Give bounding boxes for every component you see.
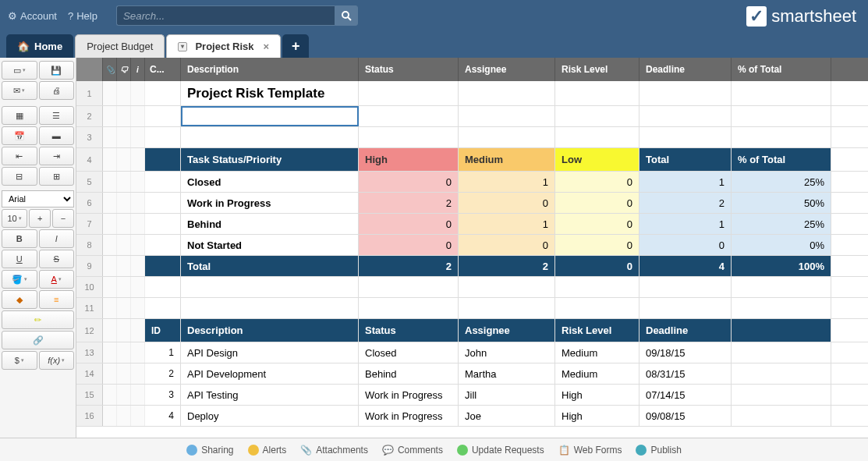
rownum[interactable]: 7 (76, 214, 103, 234)
expand-all[interactable]: ⊞ (39, 167, 75, 186)
rownum[interactable]: 10 (76, 277, 103, 297)
risk-col-header[interactable]: Risk Level (555, 58, 639, 81)
help-icon: ? (68, 10, 73, 22)
comment-col[interactable]: 🗨 (117, 58, 131, 81)
sheet-title[interactable]: Project Risk Template (181, 81, 359, 105)
comments-link[interactable]: 💬Comments (382, 445, 443, 456)
alerts-link[interactable]: Alerts (248, 445, 287, 456)
calendar-view[interactable]: 📅 (2, 126, 37, 145)
assign-col-header[interactable]: Assignee (459, 58, 555, 81)
strike-button[interactable]: S (39, 250, 75, 268)
bars-icon: ≡ (54, 295, 58, 304)
rownum[interactable]: 5 (76, 172, 103, 192)
corner[interactable] (76, 58, 103, 81)
sum-low-hdr[interactable]: Low (555, 148, 639, 171)
gantt-view[interactable]: ☰ (39, 106, 75, 125)
account-link[interactable]: ⚙ Account (8, 10, 57, 22)
rownum[interactable]: 8 (76, 235, 103, 255)
card-icon: ▬ (52, 131, 61, 140)
grid-icon: ▦ (16, 111, 23, 121)
dead-col-header[interactable]: Deadline (639, 58, 732, 81)
rownum[interactable]: 12 (76, 319, 103, 342)
collapse-all[interactable]: ⊟ (2, 167, 37, 186)
search-button[interactable] (335, 5, 358, 26)
bold-button[interactable]: B (2, 229, 37, 248)
sharing-link[interactable]: Sharing (186, 445, 233, 456)
sum-task-hdr[interactable]: Task Status/Priority (181, 148, 359, 171)
rownum[interactable]: 1 (76, 81, 103, 105)
indent-right[interactable]: ⇥ (39, 147, 75, 165)
tab-project-budget[interactable]: Project Budget (75, 34, 165, 58)
cond-format[interactable]: ◆ (2, 290, 37, 309)
expand-icon: ⊞ (53, 172, 60, 182)
people-icon (186, 445, 197, 456)
left-toolbar: ▭▾💾 ✉▾🖨 ▦☰ 📅▬ ⇤⇥ ⊟⊞ Arial 10▾+− BI US 🪣▾… (0, 58, 76, 438)
rownum[interactable]: 4 (76, 148, 103, 171)
sum-pct-hdr[interactable]: % of Total (732, 148, 831, 171)
mail-tool[interactable]: ✉▾ (2, 81, 37, 100)
bucket-icon: 🪣 (12, 275, 23, 285)
underline-button[interactable]: U (2, 250, 37, 268)
new-tab-button[interactable]: + (282, 34, 309, 58)
id-col-header[interactable]: C... (145, 58, 181, 81)
pct-col-header[interactable]: % of Total (732, 58, 831, 81)
text-color-icon: A (51, 275, 57, 284)
link-button[interactable]: 🔗 (2, 331, 74, 349)
text-color[interactable]: A▾ (39, 270, 75, 289)
search-icon (341, 10, 352, 21)
row-action-col[interactable]: i (131, 58, 145, 81)
rownum[interactable]: 13 (76, 342, 103, 363)
selected-cell[interactable] (181, 106, 359, 126)
formula[interactable]: f(x)▾ (39, 351, 75, 370)
font-size[interactable]: 10▾ (2, 209, 27, 228)
sum-high-hdr[interactable]: High (359, 148, 459, 171)
rownum[interactable]: 15 (76, 385, 103, 405)
rownum[interactable]: 11 (76, 298, 103, 318)
row-icon: ▭ (13, 66, 21, 76)
card-view[interactable]: ▬ (39, 126, 75, 145)
outdent-icon: ⇤ (16, 151, 23, 161)
help-link[interactable]: ? Help (68, 10, 97, 22)
updates-link[interactable]: Update Requests (457, 445, 544, 456)
italic-button[interactable]: I (39, 229, 75, 248)
format-painter[interactable]: ≡ (39, 290, 75, 309)
tab-close-icon[interactable]: × (264, 41, 270, 52)
rownum[interactable]: 3 (76, 127, 103, 147)
attach-col[interactable]: 📎 (103, 58, 117, 81)
home-tab[interactable]: 🏠 Home (6, 34, 73, 58)
highlight[interactable]: ✏ (2, 310, 74, 329)
highlight-icon: ✏ (34, 315, 41, 325)
inc-size[interactable]: + (29, 209, 51, 228)
indent-left[interactable]: ⇤ (2, 147, 37, 165)
currency[interactable]: $▾ (2, 351, 37, 370)
publish-link[interactable]: Publish (636, 445, 681, 456)
fill-color[interactable]: 🪣▾ (2, 270, 37, 289)
sum-total-hdr[interactable]: Total (639, 148, 732, 171)
gear-icon: ⚙ (8, 10, 17, 22)
rownum[interactable]: 2 (76, 106, 103, 126)
save-button[interactable]: 💾 (39, 61, 75, 80)
sum-med-hdr[interactable]: Medium (459, 148, 555, 171)
rownum[interactable]: 14 (76, 363, 103, 384)
webforms-link[interactable]: 📋Web Forms (558, 445, 622, 456)
desc-col-header[interactable]: Description (181, 58, 359, 81)
clip-icon: 📎 (105, 66, 115, 74)
collapse-icon: ⊟ (16, 172, 23, 182)
dec-size[interactable]: − (52, 209, 74, 228)
search-input[interactable] (116, 5, 335, 26)
grid-view[interactable]: ▦ (2, 106, 37, 125)
tab-project-risk[interactable]: ▾ Project Risk × (166, 34, 281, 58)
status-col-header[interactable]: Status (359, 58, 459, 81)
cell[interactable] (145, 81, 181, 105)
rownum[interactable]: 9 (76, 256, 103, 276)
rownum[interactable]: 16 (76, 406, 103, 426)
tab-menu-icon[interactable]: ▾ (178, 42, 187, 51)
logo: ✓ smartsheet (746, 6, 856, 27)
print-button[interactable]: 🖨 (39, 81, 75, 100)
balloon-icon: 🗨 (120, 66, 128, 74)
attachments-link[interactable]: 📎Attachments (300, 445, 368, 456)
font-select[interactable]: Arial (2, 190, 74, 207)
row-tool[interactable]: ▭▾ (2, 61, 37, 80)
rownum[interactable]: 6 (76, 193, 103, 213)
link-icon: 🔗 (33, 335, 44, 346)
